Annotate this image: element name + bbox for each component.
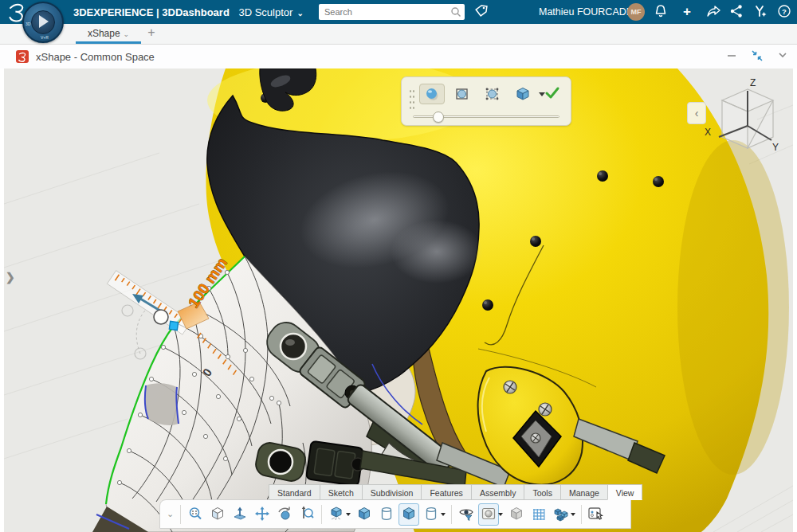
help-icon[interactable]: ? [775, 4, 793, 20]
minimize-icon[interactable] [722, 49, 741, 64]
notifications-bell-icon[interactable] [652, 4, 669, 20]
tag-icon[interactable] [473, 4, 490, 20]
active-tab-underline [76, 41, 141, 44]
brand-divider: | [156, 6, 159, 18]
action-bar-tabs: Standard Sketch Subdivision Features Ass… [269, 484, 642, 500]
brand-primary: 3DEXPERIENCE [73, 6, 153, 18]
divider [451, 505, 452, 524]
subdiv-slider-knob[interactable] [433, 111, 444, 123]
tab-sketch[interactable]: Sketch [320, 484, 362, 500]
tab-xshape-label: xShape [88, 28, 120, 39]
flyout-arrow-icon[interactable] [346, 513, 351, 516]
shaded-cube-button[interactable] [354, 503, 375, 526]
work-grid-button[interactable] [528, 503, 549, 526]
subdivision-level-slider[interactable] [413, 115, 559, 118]
view-toolbar: ⌄ [159, 499, 631, 529]
zoom-fit-button[interactable] [185, 503, 206, 526]
tab-xshape[interactable]: xShape⌄ [76, 24, 141, 44]
cylinder-display-button[interactable] [421, 503, 442, 526]
add-icon[interactable]: + [678, 4, 696, 20]
axis-x-label: X [705, 127, 711, 138]
zoom-button[interactable] [296, 503, 317, 526]
isometric-view-button[interactable] [207, 503, 228, 526]
window-collapse-icon[interactable] [773, 49, 792, 64]
tab-chevron-icon[interactable]: ⌄ [124, 30, 130, 38]
flyout-arrow-icon[interactable] [571, 513, 575, 516]
user-name[interactable]: Mathieu FOURCADE [539, 6, 633, 18]
assembly-components-button[interactable] [551, 503, 571, 526]
share-arrow-icon[interactable] [705, 4, 722, 20]
tab-assembly[interactable]: Assembly [471, 484, 524, 500]
scene-canvas[interactable]: 100 mm 0 Z X [4, 68, 793, 532]
left-panel-expander[interactable]: ❯ [6, 271, 15, 284]
divider [321, 505, 322, 524]
compass-vr-label: V+R [41, 35, 49, 40]
tab-view[interactable]: View [607, 484, 643, 500]
compass-icon[interactable]: 3D V+R [22, 2, 64, 43]
shaded-display-button[interactable] [398, 503, 419, 526]
hide-show-filter-button[interactable] [456, 503, 477, 526]
shaded-with-edges-button[interactable] [326, 503, 347, 526]
touch-mode-panel-button[interactable] [586, 503, 607, 526]
toolbar-collapse-chevron-icon[interactable]: ⌄ [167, 509, 174, 519]
normal-to-button[interactable] [230, 503, 250, 526]
rotate-button[interactable] [274, 503, 295, 526]
axis-z-label: Z [750, 77, 756, 88]
mask-indent [145, 383, 179, 425]
box-and-smooth-display-mode-button[interactable] [480, 84, 505, 104]
new-tab-button[interactable]: + [143, 25, 159, 40]
box-display-mode-button[interactable] [450, 84, 475, 104]
view-cube-collapse-button[interactable]: ‹ [687, 102, 706, 124]
divider [581, 505, 582, 524]
app-switch-chevron-icon[interactable]: ⌄ [296, 9, 303, 18]
search-input[interactable] [324, 6, 444, 18]
ambient-occlusion-button[interactable] [478, 503, 499, 526]
flyout-arrow-icon[interactable] [498, 513, 503, 516]
global-search [319, 4, 465, 20]
breadcrumb: 3DEXPERIENCE | 3DDashboard 3D Sculptor⌄ [73, 6, 304, 18]
application-window: 3D V+R 3DEXPERIENCE | 3DDashboard 3D Scu… [0, 0, 797, 532]
tab-manage[interactable]: Manage [560, 484, 607, 500]
manipulator-handle[interactable] [154, 310, 168, 324]
brand-secondary[interactable]: 3DDashboard [162, 6, 230, 18]
tab-subdivision[interactable]: Subdivision [362, 484, 422, 500]
smooth-display-mode-button[interactable] [419, 84, 445, 104]
gray-cube-button[interactable] [506, 503, 527, 526]
helmet-right-shade [677, 140, 789, 475]
top-bar: 3D V+R 3DEXPERIENCE | 3DDashboard 3D Scu… [0, 0, 797, 24]
app-tab-bar: xShape⌄ + [0, 24, 797, 45]
app-title[interactable]: 3D Sculptor [238, 6, 292, 18]
display-mode-cube-button[interactable] [510, 84, 536, 104]
selected-point-handle[interactable] [169, 321, 178, 330]
divider [180, 505, 181, 524]
compass-3d-label: 3D [26, 22, 30, 26]
toolbar-drag-handle[interactable] [409, 88, 415, 109]
network-share-icon[interactable] [728, 4, 745, 20]
window-title: xShape - Common Space [36, 51, 155, 63]
flyout-arrow-icon[interactable] [441, 513, 446, 516]
cylinder-wireframe-button[interactable] [376, 503, 397, 526]
restore-icon[interactable] [748, 49, 767, 64]
xshape-app-icon [16, 50, 29, 63]
assistant-icon[interactable] [751, 4, 768, 20]
svg-text:?: ? [782, 7, 787, 16]
tab-tools[interactable]: Tools [524, 484, 560, 500]
subdivision-display-toolbar [401, 76, 571, 126]
search-icon[interactable] [450, 6, 461, 18]
app-window-header: xShape - Common Space [0, 45, 797, 68]
tab-standard[interactable]: Standard [269, 484, 320, 500]
tab-features[interactable]: Features [421, 484, 470, 500]
pan-button[interactable] [252, 503, 273, 526]
viewport-3d[interactable]: 100 mm 0 Z X [4, 68, 793, 532]
axis-y-label: Y [772, 142, 779, 153]
confirm-check-icon[interactable] [544, 85, 561, 104]
avatar[interactable]: MF [627, 3, 645, 21]
compass-play-icon [39, 15, 49, 28]
